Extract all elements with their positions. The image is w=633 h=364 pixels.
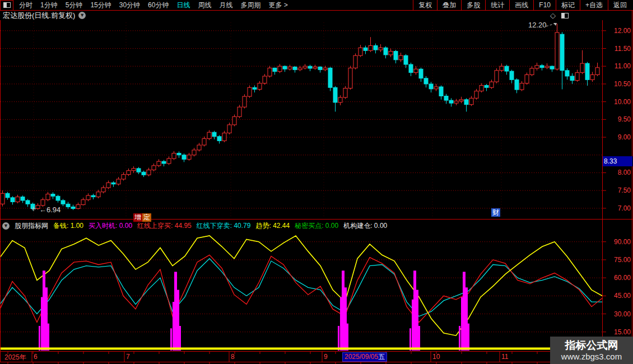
selected-date-marker: 2025/09/05五 <box>342 352 387 362</box>
action-item-画线[interactable]: 画线 <box>509 0 533 11</box>
price-label-9.50: 9.50 <box>604 115 631 123</box>
period-item-5分钟[interactable]: 5分钟 <box>66 0 83 11</box>
collapse-panel-icon[interactable]: ▼ <box>2 222 10 230</box>
chevron-down-icon[interactable]: ▼ <box>78 12 86 19</box>
period-item-30分钟[interactable]: 30分钟 <box>119 0 140 11</box>
indicator-label-90.00: 90.00 <box>604 238 631 246</box>
price-label-11.50: 11.50 <box>604 45 631 53</box>
action-item-标记[interactable]: 标记 <box>556 0 580 11</box>
stock-title[interactable]: 宏达股份(日线.前复权) <box>0 11 75 21</box>
period-item-分时[interactable]: 分时 <box>19 0 32 11</box>
indicator-readout-1: 买入时机: 0.00 <box>89 221 132 231</box>
price-label-8.00: 8.00 <box>604 169 631 176</box>
price-label-7.50: 7.50 <box>604 186 631 194</box>
price-label-9.00: 9.00 <box>604 133 631 141</box>
diamond-icon[interactable]: ◇ <box>550 11 556 20</box>
indicator-readout-2: 红线上穿买: 44.95 <box>137 221 192 231</box>
indicator-readout-3: 红线下穿卖: 40.79 <box>197 221 251 231</box>
action-menu: 复权叠加多股统计画线F10标记+自选返回 <box>413 0 632 11</box>
action-item-返回[interactable]: 返回 <box>608 0 632 11</box>
period-item-月线[interactable]: 月线 <box>219 0 232 11</box>
indicator-readout-4: 趋势: 42.44 <box>255 221 290 231</box>
chart-canvas[interactable] <box>0 0 633 364</box>
selected-weekday: 五 <box>378 353 385 361</box>
indicator-label-45.00: 45.00 <box>604 292 631 300</box>
month-label-6: 6 <box>34 353 38 361</box>
year-label: 2025年 <box>4 353 26 362</box>
action-item-复权[interactable]: 复权 <box>413 0 437 11</box>
period-item-多周期[interactable]: 多周期 <box>240 0 260 11</box>
period-item-日线[interactable]: 日线 <box>176 0 190 11</box>
price-label-10.00: 10.00 <box>604 98 631 106</box>
price-label-11.00: 11.00 <box>604 62 631 70</box>
action-item-统计[interactable]: 统计 <box>485 0 509 11</box>
indicator-source: 股朋指标网 <box>15 221 48 231</box>
price-label-10.50: 10.50 <box>604 80 631 88</box>
period-item-更多 >[interactable]: 更多 > <box>268 0 287 11</box>
action-item-+自选[interactable]: +自选 <box>580 0 608 11</box>
window-layout-icon <box>3 2 11 8</box>
price-label-12.00: 12.00 <box>604 27 631 35</box>
period-item-60分钟[interactable]: 60分钟 <box>148 0 169 11</box>
indicator-readout-5: 秘密买点: 0.00 <box>295 221 338 231</box>
indicator-label-30.00: 30.00 <box>604 310 631 318</box>
watermark-title: 指标公式网 <box>565 339 618 352</box>
indicator-header: ▼ 股朋指标网 备钱: 1.00买入时机: 0.00红线上穿买: 44.95红线… <box>0 221 602 231</box>
period-item-周线[interactable]: 周线 <box>198 0 211 11</box>
month-label-7: 7 <box>126 353 130 361</box>
selected-date: 2025/09/05 <box>345 353 378 361</box>
marker-cai: 财 <box>491 208 500 217</box>
indicator-label-15.00: 15.00 <box>604 328 631 336</box>
layout-switch-button[interactable] <box>0 0 13 11</box>
watermark-url: www.zbgs3.com <box>561 352 622 362</box>
trading-terminal-window: 分时1分钟5分钟15分钟30分钟60分钟日线周线月线多周期更多 > 复权叠加多股… <box>0 0 633 364</box>
high-price-annotation: 12.20 <box>528 21 547 29</box>
chart-titlebar: 宏达股份(日线.前复权) ▼ ◇ <box>0 11 602 20</box>
window-icon[interactable] <box>561 13 569 18</box>
action-item-多股[interactable]: 多股 <box>461 0 485 11</box>
period-toolbar: 分时1分钟5分钟15分钟30分钟60分钟日线周线月线多周期更多 > 复权叠加多股… <box>0 0 633 11</box>
period-item-15分钟[interactable]: 15分钟 <box>90 0 111 11</box>
action-item-F10[interactable]: F10 <box>533 0 556 11</box>
month-label-11: 11 <box>501 353 508 361</box>
indicator-label-60.00: 60.00 <box>604 274 631 282</box>
period-menu: 分时1分钟5分钟15分钟30分钟60分钟日线周线月线多周期更多 > <box>13 0 413 11</box>
action-item-叠加[interactable]: 叠加 <box>437 0 461 11</box>
indicator-label-75.00: 75.00 <box>604 256 631 264</box>
low-price-annotation: ←6.94 <box>39 206 60 214</box>
price-label-7.00: 7.00 <box>604 204 631 212</box>
month-label-10: 10 <box>432 353 440 361</box>
month-label-8: 8 <box>231 353 235 361</box>
indicator-readout-0: 备钱: 1.00 <box>53 221 83 231</box>
indicator-readout-6: 机构建仓: 0.00 <box>343 221 387 231</box>
watermark: 指标公式网 www.zbgs3.com <box>550 337 633 364</box>
period-item-1分钟[interactable]: 1分钟 <box>40 0 58 11</box>
last-price-marker: 8.33 <box>603 156 632 166</box>
month-label-9: 9 <box>324 353 328 361</box>
